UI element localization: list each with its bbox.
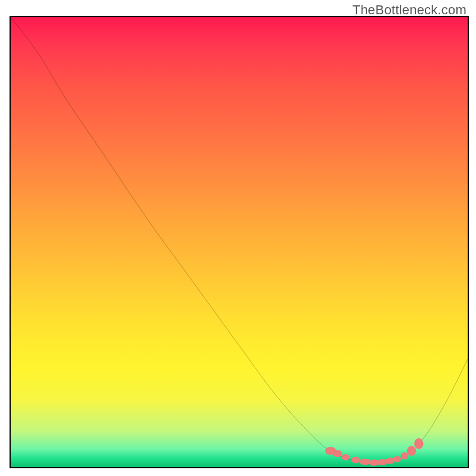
curve-marker <box>359 459 370 465</box>
curve-marker <box>333 450 342 457</box>
curve-markers <box>325 439 423 466</box>
curve-marker <box>342 454 350 461</box>
curve-marker <box>414 439 423 449</box>
chart-frame: TheBottleneck.com <box>0 0 476 476</box>
plot-area <box>10 16 469 468</box>
curve-marker <box>407 446 416 456</box>
curve-marker <box>386 458 394 464</box>
curve-marker <box>394 456 401 462</box>
curve-marker <box>401 452 408 459</box>
chart-svg <box>11 17 468 467</box>
bottleneck-curve <box>11 17 468 463</box>
curve-marker <box>351 457 360 464</box>
